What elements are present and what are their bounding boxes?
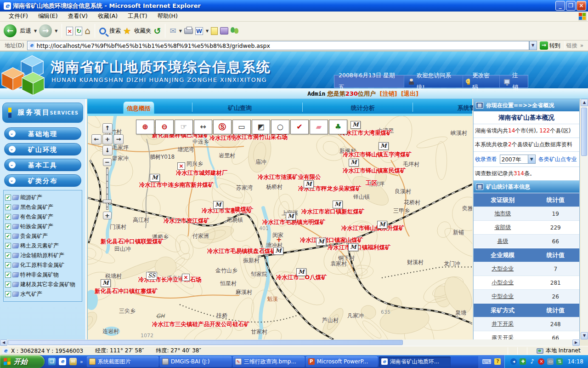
antivirus-icon[interactable]: ✚ — [520, 358, 526, 365]
back-button[interactable]: ← — [4, 24, 17, 37]
mine-category-link[interactable]: 各类矿山点专业 — [538, 156, 577, 162]
map-viewport[interactable]: 满竹村中连乡毛家坪塘泥湾腊树Y018廖家冲岩里村庙冲新枫村大湾里峡溪村同兴乡苏家… — [87, 116, 472, 339]
mine-marker[interactable]: M — [316, 238, 326, 246]
full-extent-icon[interactable]: Ⓢ — [213, 120, 232, 134]
keyboard-icon[interactable]: ⌨ — [482, 358, 491, 365]
address-url[interactable]: http://localhost/%e7%9f%bf%e5%b1%b1%e5%8… — [37, 42, 270, 49]
mine-marker[interactable]: × — [182, 274, 190, 281]
mine-marker[interactable]: M — [150, 174, 160, 182]
scroll-down-icon[interactable]: ▼ — [581, 332, 588, 339]
scroll-up-icon[interactable]: ▲ — [581, 99, 588, 106]
measure-icon[interactable]: ↔ — [194, 120, 212, 134]
mine-marker[interactable]: M — [377, 221, 387, 229]
show-desktop-icon[interactable]: ❏ — [48, 358, 56, 365]
links-label[interactable]: 链接 — [566, 42, 577, 50]
forward-button[interactable]: → — [39, 24, 52, 37]
print-button[interactable] — [184, 28, 193, 34]
pan-icon[interactable]: ☞ — [175, 120, 193, 134]
stat-label[interactable]: 省部级 — [474, 224, 532, 231]
zoom-slider-track[interactable] — [106, 167, 108, 210]
mine-marker[interactable]: M — [348, 243, 358, 251]
layer-label[interactable]: 特种非金属矿物 — [20, 271, 59, 279]
tab-statistics[interactable]: 统计分析 — [335, 104, 390, 112]
taskbar-task[interactable]: 系统截图图片 — [87, 356, 158, 367]
pan-down-button[interactable]: ↓ — [102, 145, 113, 155]
stat-label[interactable]: 地市级 — [474, 210, 532, 218]
layer-checkbox[interactable]: ✔ — [5, 272, 11, 278]
layer-label[interactable]: 化工原料非金属矿 — [20, 261, 64, 269]
forward-dropdown-icon[interactable]: ▼ — [55, 29, 57, 33]
scroll-right-icon[interactable]: ▶ — [572, 339, 580, 346]
layer-label[interactable]: 冶金辅助原料矿产 — [20, 252, 64, 259]
legend-tree-icon[interactable]: ♣ — [329, 120, 347, 134]
mine-marker[interactable]: M — [349, 159, 359, 167]
horizontal-scrollbar[interactable]: ◀ ▶ — [0, 339, 580, 346]
draw-line-icon[interactable]: ✔ — [290, 120, 309, 134]
taskbar-task[interactable]: P Microsoft PowerP... — [306, 356, 378, 367]
mine-marker[interactable]: M — [286, 213, 296, 220]
mine-marker[interactable]: M — [101, 279, 111, 287]
go-button[interactable]: → 转到 — [540, 41, 560, 50]
mine-marker[interactable]: GH — [156, 313, 164, 319]
year-select[interactable]: 2007年▼ — [500, 155, 536, 164]
zoom-out-icon[interactable]: ⊖ — [155, 120, 174, 134]
taskbar-task[interactable]: DMGIS-BAI (J:) — [160, 356, 232, 367]
display-icon[interactable]: ▭ — [547, 358, 554, 365]
network-icon[interactable]: ⇅ — [556, 358, 563, 365]
mine-marker[interactable]: × — [177, 162, 185, 170]
layer-checkbox[interactable]: ✔ — [5, 253, 11, 259]
change-password-link[interactable]: 更改密码 — [463, 75, 499, 87]
mine-marker[interactable]: M — [296, 268, 306, 276]
eraser-icon[interactable]: ▰ — [310, 120, 328, 134]
sidebar-menu-button[interactable]: ⌄ 基础地理 — [4, 127, 81, 140]
layer-checkbox[interactable]: ✔ — [5, 195, 11, 201]
start-button[interactable]: 开始 — [0, 355, 45, 368]
layer-label[interactable]: 能源矿产 — [20, 194, 42, 201]
scroll-left-icon[interactable]: ◀ — [0, 339, 7, 346]
zoom-slider-thumb[interactable] — [103, 200, 112, 203]
favorites-icon[interactable]: ★ — [123, 26, 131, 36]
stat-label[interactable]: 采矿方式 — [474, 306, 532, 315]
stat-label[interactable]: 大型企业 — [474, 265, 532, 273]
mine-marker[interactable]: M — [351, 121, 361, 129]
zoom-slider-plus-button[interactable]: + — [103, 212, 112, 219]
mine-marker[interactable]: M — [273, 247, 283, 255]
search-label[interactable]: 搜索 — [109, 27, 121, 35]
refresh-button[interactable]: ↻ — [75, 27, 82, 35]
select-circle-icon[interactable]: ○ — [271, 120, 289, 134]
taskbar-task[interactable]: e 湖南省矿山地质环... — [379, 356, 451, 367]
close-button[interactable]: × — [577, 1, 586, 11]
stat-label[interactable]: 发证级别 — [474, 196, 532, 204]
layer-label[interactable]: 建材及其它非金属矿物 — [20, 281, 75, 288]
research-icon[interactable] — [220, 27, 228, 34]
view-records-link[interactable]: 收录查看 — [475, 156, 497, 162]
stat-label[interactable]: 井下开采 — [474, 320, 532, 328]
discuss-note-icon[interactable] — [211, 27, 218, 35]
maximize-button[interactable]: ❐ — [566, 1, 576, 11]
home-button[interactable]: ⌂ — [85, 25, 90, 36]
address-dropdown-icon[interactable]: ▼ — [529, 41, 537, 50]
minimize-button[interactable]: _ — [555, 1, 565, 11]
sidebar-menu-button[interactable]: ⌄ 基本工具 — [4, 159, 81, 171]
menu-item[interactable]: 查看(V) — [63, 11, 93, 22]
layer-checkbox[interactable]: ✔ — [5, 291, 11, 297]
pan-center-button[interactable]: + — [102, 134, 113, 144]
stat-label[interactable]: 企业规模 — [474, 251, 532, 259]
layer-label[interactable]: 水气矿产 — [20, 290, 42, 298]
favorites-label[interactable]: 收藏夹 — [134, 27, 152, 35]
stat-label[interactable]: 中型企业 — [474, 293, 532, 300]
edit-word-button[interactable]: W — [195, 27, 203, 35]
menu-item[interactable]: 工具(T) — [123, 11, 152, 22]
back-dropdown-icon[interactable]: ▼ — [34, 29, 37, 33]
mine-marker[interactable]: SS — [146, 272, 157, 280]
search-icon[interactable] — [99, 28, 106, 34]
layer-checkbox[interactable]: ✔ — [5, 243, 11, 249]
mine-marker[interactable]: M — [304, 180, 314, 188]
taskbar-task[interactable]: ✎ 三维行政查询.bmp... — [233, 356, 305, 367]
layer-checkbox[interactable]: ✔ — [5, 214, 11, 220]
horizontal-scroll-thumb[interactable] — [8, 340, 403, 345]
layer-label[interactable]: 铂族金属矿产 — [20, 223, 53, 230]
menu-item[interactable]: 帮助(H) — [153, 11, 183, 22]
help-icon[interactable]: ? — [494, 358, 501, 365]
pan-left-button[interactable]: ← — [91, 134, 102, 144]
